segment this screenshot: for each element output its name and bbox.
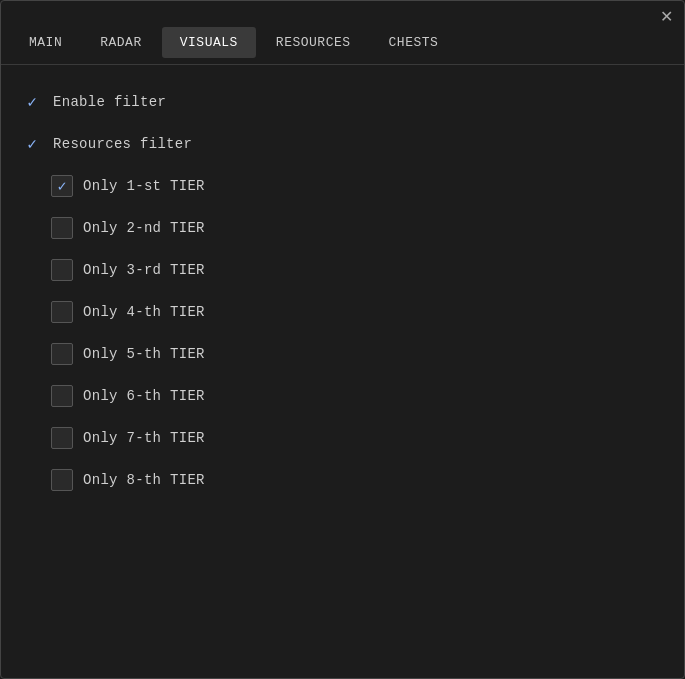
checkbox-tier-2	[51, 217, 73, 239]
checkbox-tier-1: ✓	[51, 175, 73, 197]
tab-bar: MAINRADARVISUALSRESOURCESCHESTS	[1, 27, 684, 58]
checkbox-tier-8	[51, 469, 73, 491]
checkbox-tier-3	[51, 259, 73, 281]
option-tier-7[interactable]: Only 7-th TIER	[21, 417, 664, 459]
label-tier-7: Only 7-th TIER	[83, 430, 205, 446]
tab-chests[interactable]: CHESTS	[371, 27, 457, 58]
content-area: ✓Enable filter✓Resources filter✓Only 1-s…	[1, 65, 684, 517]
label-tier-4: Only 4-th TIER	[83, 304, 205, 320]
close-button[interactable]: ✕	[656, 7, 676, 27]
label-tier-6: Only 6-th TIER	[83, 388, 205, 404]
checkbox-tier-5	[51, 343, 73, 365]
checkbox-enable-filter: ✓	[21, 91, 43, 113]
checkbox-tier-4	[51, 301, 73, 323]
label-enable-filter: Enable filter	[53, 94, 166, 110]
tab-resources[interactable]: RESOURCES	[258, 27, 369, 58]
label-tier-2: Only 2-nd TIER	[83, 220, 205, 236]
main-window: ✕ MAINRADARVISUALSRESOURCESCHESTS ✓Enabl…	[0, 0, 685, 679]
option-tier-4[interactable]: Only 4-th TIER	[21, 291, 664, 333]
tab-visuals[interactable]: VISUALS	[162, 27, 256, 58]
option-tier-8[interactable]: Only 8-th TIER	[21, 459, 664, 501]
label-resources-filter: Resources filter	[53, 136, 192, 152]
tab-radar[interactable]: RADAR	[82, 27, 160, 58]
option-tier-6[interactable]: Only 6-th TIER	[21, 375, 664, 417]
option-tier-2[interactable]: Only 2-nd TIER	[21, 207, 664, 249]
label-tier-1: Only 1-st TIER	[83, 178, 205, 194]
option-tier-3[interactable]: Only 3-rd TIER	[21, 249, 664, 291]
option-tier-5[interactable]: Only 5-th TIER	[21, 333, 664, 375]
option-resources-filter[interactable]: ✓Resources filter	[21, 123, 664, 165]
option-enable-filter[interactable]: ✓Enable filter	[21, 81, 664, 123]
option-tier-1[interactable]: ✓Only 1-st TIER	[21, 165, 664, 207]
tab-main[interactable]: MAIN	[11, 27, 80, 58]
checkbox-tier-6	[51, 385, 73, 407]
checkbox-resources-filter: ✓	[21, 133, 43, 155]
label-tier-5: Only 5-th TIER	[83, 346, 205, 362]
checkbox-tier-7	[51, 427, 73, 449]
title-bar: ✕	[1, 1, 684, 27]
label-tier-3: Only 3-rd TIER	[83, 262, 205, 278]
label-tier-8: Only 8-th TIER	[83, 472, 205, 488]
